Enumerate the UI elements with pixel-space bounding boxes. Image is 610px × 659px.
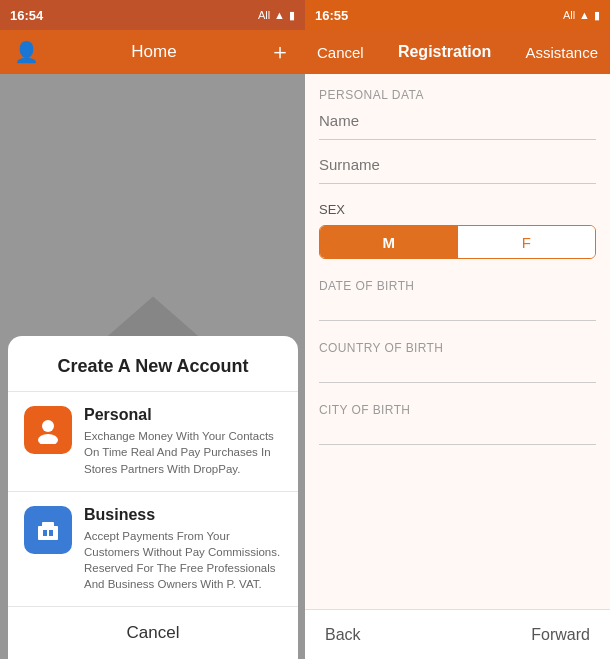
right-nav-bar: Cancel Registration Assistance [305, 30, 610, 74]
personal-option[interactable]: Personal Exchange Money With Your Contac… [8, 392, 298, 491]
country-label: COUNTRY OF BIRTH [319, 335, 596, 359]
plus-icon[interactable]: ＋ [269, 37, 291, 67]
svg-rect-10 [42, 522, 54, 527]
business-desc: Accept Payments From Your Customers With… [84, 528, 282, 592]
right-time: 16:55 [315, 8, 348, 23]
sex-toggle: M F [319, 225, 596, 259]
right-panel: 16:55 All ▲ ▮ Cancel Registration Assist… [305, 0, 610, 659]
right-wifi-icon: ▲ [579, 9, 590, 21]
left-nav-title: Home [131, 42, 176, 62]
assistance-button[interactable]: Assistance [523, 40, 600, 65]
battery-icon: ▮ [289, 9, 295, 22]
user-icon: 👤 [14, 40, 39, 64]
modal-cancel-button[interactable]: Cancel [8, 607, 298, 659]
left-status-icons: All ▲ ▮ [258, 9, 295, 22]
name-field [319, 108, 596, 140]
left-time: 16:54 [10, 8, 43, 23]
dob-label: DATE OF BIRTH [319, 273, 596, 297]
registration-form: PERSONAL DATA SEX M F DATE OF BIRTH COUN… [305, 74, 610, 609]
surname-field [319, 152, 596, 184]
svg-rect-11 [43, 530, 47, 536]
modal-title: Create A New Account [8, 336, 298, 392]
business-option[interactable]: Business Accept Payments From Your Custo… [8, 492, 298, 607]
dob-field[interactable] [319, 297, 596, 321]
personal-icon [24, 406, 72, 454]
personal-title: Personal [84, 406, 282, 424]
business-icon [24, 506, 72, 554]
svg-point-7 [42, 420, 54, 432]
left-nav-bar: 👤 Home ＋ [0, 30, 305, 74]
back-button[interactable]: Back [325, 626, 361, 644]
city-field[interactable] [319, 421, 596, 445]
sex-female-button[interactable]: F [458, 226, 596, 258]
svg-point-8 [38, 434, 58, 444]
surname-input[interactable] [319, 152, 596, 177]
business-title: Business [84, 506, 282, 524]
city-label: CITY OF BIRTH [319, 397, 596, 421]
right-carrier: All [563, 9, 575, 21]
registration-title: Registration [398, 43, 491, 61]
carrier-text: All [258, 9, 270, 21]
sex-male-button[interactable]: M [320, 226, 458, 258]
modal-overlay: Create A New Account Personal Exchange M… [0, 74, 305, 659]
svg-rect-12 [49, 530, 53, 536]
business-content: Business Accept Payments From Your Custo… [84, 506, 282, 592]
name-input[interactable] [319, 108, 596, 133]
cancel-button[interactable]: Cancel [315, 40, 366, 65]
wifi-icon: ▲ [274, 9, 285, 21]
left-panel: 16:54 All ▲ ▮ 👤 Home ＋ Create A N [0, 0, 305, 659]
forward-button[interactable]: Forward [531, 626, 590, 644]
personal-content: Personal Exchange Money With Your Contac… [84, 406, 282, 476]
bottom-bar: Back Forward [305, 609, 610, 659]
right-battery-icon: ▮ [594, 9, 600, 22]
personal-desc: Exchange Money With Your Contacts On Tim… [84, 428, 282, 476]
create-account-modal: Create A New Account Personal Exchange M… [8, 336, 298, 659]
svg-rect-9 [38, 526, 58, 540]
sex-label: SEX [319, 196, 596, 217]
personal-data-label: PERSONAL DATA [319, 74, 596, 108]
country-field[interactable] [319, 359, 596, 383]
right-status-icons: All ▲ ▮ [563, 9, 600, 22]
right-status-bar: 16:55 All ▲ ▮ [305, 0, 610, 30]
left-status-bar: 16:54 All ▲ ▮ [0, 0, 305, 30]
building-area: Create A New Account Personal Exchange M… [0, 74, 305, 659]
